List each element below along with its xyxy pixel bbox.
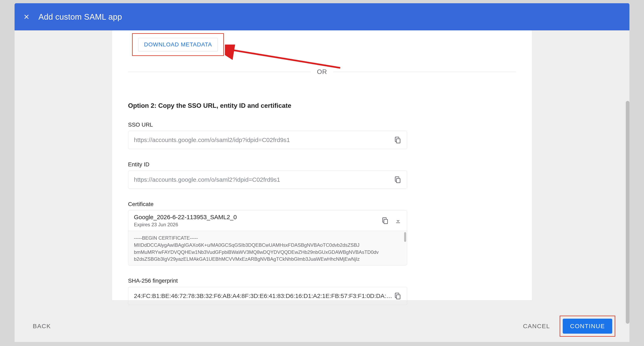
cert-body-line: bmMuMRYwFAYDVQQHEw1Nb3VudGFpbiBWaWV3MQ8w… bbox=[134, 249, 401, 256]
copy-icon[interactable] bbox=[394, 176, 401, 183]
annotation-arrow-icon bbox=[225, 45, 342, 71]
cert-body-line: -----BEGIN CERTIFICATE----- bbox=[134, 235, 401, 242]
download-highlight-box: DOWNLOAD METADATA bbox=[132, 33, 224, 56]
option2-heading: Option 2: Copy the SSO URL, entity ID an… bbox=[128, 102, 516, 109]
copy-icon[interactable] bbox=[394, 136, 401, 144]
back-button[interactable]: BACK bbox=[33, 323, 51, 329]
fingerprint-value: 24:FC:B1:BE:46:72:78:3B:32:F6:AB:A4:8F:3… bbox=[134, 292, 394, 299]
certificate-body[interactable]: -----BEGIN CERTIFICATE----- MIIDdDCCAlyg… bbox=[128, 231, 407, 265]
svg-rect-6 bbox=[384, 219, 388, 224]
content-card: DOWNLOAD METADATA OR Option 2: Copy the … bbox=[112, 30, 532, 301]
or-divider: OR bbox=[128, 68, 516, 76]
certificate-name: Google_2026-6-22-113953_SAML2_0 bbox=[134, 214, 382, 221]
page-scrollbar[interactable] bbox=[626, 101, 630, 324]
copy-icon[interactable] bbox=[382, 217, 389, 224]
download-metadata-button[interactable]: DOWNLOAD METADATA bbox=[138, 38, 218, 51]
certificate-label: Certificate bbox=[128, 201, 516, 208]
continue-highlight-box: CONTINUE bbox=[560, 316, 615, 337]
fingerprint-label: SHA-256 fingerprint bbox=[128, 278, 516, 284]
certificate-expiry: Expires 23 Jun 2026 bbox=[134, 222, 382, 228]
entity-id-field: https://accounts.google.com/o/saml2?idpi… bbox=[128, 170, 407, 189]
dialog-title: Add custom SAML app bbox=[38, 12, 122, 22]
certificate-container: Google_2026-6-22-113953_SAML2_0 Expires … bbox=[128, 210, 407, 265]
close-icon[interactable] bbox=[23, 13, 30, 21]
cert-body-line: MIIDdDCCAlygAwIBAgIGAXo6K+u/MA0GCSqGSIb3… bbox=[134, 242, 401, 249]
or-text: OR bbox=[317, 68, 327, 76]
download-icon[interactable] bbox=[395, 217, 401, 224]
cert-body-line: b2dsZSBGb3IgV29yazELMAkGA1UEBhMCVVMxEzAR… bbox=[134, 256, 401, 263]
sso-url-field: https://accounts.google.com/o/saml2/idp?… bbox=[128, 131, 407, 149]
sso-url-value: https://accounts.google.com/o/saml2/idp?… bbox=[134, 136, 394, 143]
entity-id-label: Entity ID bbox=[128, 161, 516, 168]
entity-id-value: https://accounts.google.com/o/saml2?idpi… bbox=[134, 176, 394, 183]
copy-icon[interactable] bbox=[394, 292, 401, 300]
cancel-button[interactable]: CANCEL bbox=[523, 323, 550, 329]
fingerprint-field: 24:FC:B1:BE:46:72:78:3B:32:F6:AB:A4:8F:3… bbox=[128, 287, 407, 305]
dialog-container: Add custom SAML app DOWNLOAD METADATA OR bbox=[14, 3, 630, 342]
footer-bar: BACK CANCEL CONTINUE bbox=[14, 310, 630, 342]
svg-rect-4 bbox=[396, 139, 400, 143]
svg-line-3 bbox=[231, 50, 340, 68]
sso-url-label: SSO URL bbox=[128, 121, 516, 128]
dialog-header: Add custom SAML app bbox=[14, 3, 630, 30]
svg-rect-5 bbox=[396, 179, 400, 183]
svg-rect-7 bbox=[396, 222, 400, 223]
continue-button[interactable]: CONTINUE bbox=[563, 319, 612, 334]
certificate-scrollbar[interactable] bbox=[404, 232, 406, 242]
svg-rect-8 bbox=[396, 295, 400, 299]
